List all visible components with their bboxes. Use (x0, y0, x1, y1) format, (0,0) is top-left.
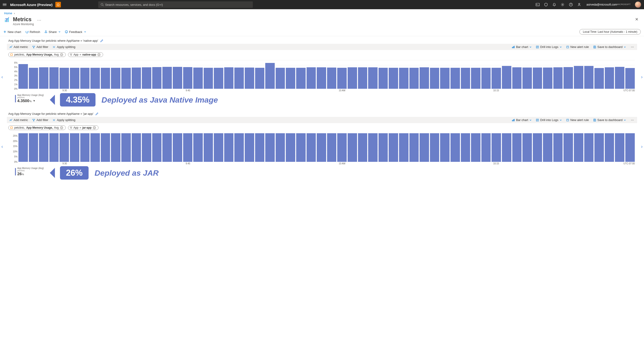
svg-rect-15 (513, 46, 514, 48)
apply-splitting-button[interactable]: Apply splitting (52, 45, 75, 49)
chip-resource: petclinic, (14, 126, 25, 129)
save-dashboard-button[interactable]: Save to dashboard (593, 118, 626, 122)
chart-type-button[interactable]: Bar chart (512, 118, 532, 122)
remove-chip-icon[interactable]: ✕ (97, 53, 100, 56)
bar (389, 133, 398, 162)
more-chart-actions-icon[interactable]: ⋯ (630, 45, 635, 49)
bar (358, 67, 368, 89)
bar (471, 68, 480, 89)
close-icon[interactable]: ✕ (635, 17, 638, 22)
search-placeholder: Search resources, services, and docs (G+… (105, 3, 163, 6)
bar (378, 133, 388, 162)
chart-type-button[interactable]: Bar chart (512, 45, 532, 49)
cursor-icon (33, 100, 36, 102)
more-chart-actions-icon[interactable]: ⋯ (630, 118, 635, 122)
add-metric-button[interactable]: Add metric (9, 45, 28, 49)
filter-icon (32, 45, 35, 49)
bar (39, 67, 48, 89)
avatar[interactable] (635, 1, 641, 8)
hamburger-menu-icon[interactable] (3, 2, 8, 7)
remove-chip-icon[interactable]: ✕ (93, 126, 96, 129)
bar (512, 67, 522, 89)
remove-chip-icon[interactable]: ✕ (60, 53, 63, 56)
account-info[interactable]: asirveda@microsoft.com MICROSOFT (586, 3, 630, 6)
add-metric-label: Add metric (14, 118, 28, 122)
brand-title: Microsoft Azure (Preview) (10, 3, 52, 7)
drill-logs-button[interactable]: Drill into Logs (536, 45, 562, 49)
bar (286, 133, 295, 162)
cloud-shell-icon[interactable] (536, 2, 540, 7)
new-alert-button[interactable]: New alert rule (566, 45, 589, 49)
pencil-icon[interactable] (95, 112, 98, 115)
share-button[interactable]: Share (44, 30, 61, 34)
drill-logs-button[interactable]: Drill into Logs (536, 118, 562, 122)
logs-icon (536, 45, 539, 49)
bar (173, 133, 182, 162)
bar-chart-icon (512, 45, 515, 49)
bar (574, 133, 583, 162)
settings-icon[interactable] (560, 2, 565, 7)
bar (214, 68, 223, 89)
plus-icon (3, 30, 6, 33)
bar (152, 67, 162, 89)
time-range-picker[interactable]: Local Time: Last hour (Automatic - 1 min… (580, 29, 641, 34)
legend-unit: % (22, 173, 24, 176)
callout-1: 26% Deployed as JAR (60, 166, 637, 180)
bar (111, 133, 120, 162)
next-chart-icon[interactable]: › (641, 74, 642, 79)
help-icon[interactable] (569, 2, 573, 7)
bar (29, 133, 38, 162)
bar (90, 133, 100, 162)
svg-rect-7 (5, 20, 6, 22)
preview-badge-icon[interactable] (55, 2, 61, 7)
callout-label: Deployed as Java Native Image (102, 95, 218, 104)
bar (450, 133, 460, 162)
new-alert-button[interactable]: New alert rule (566, 118, 589, 122)
feedback-button[interactable]: Feedback (65, 30, 86, 34)
bar (18, 133, 28, 162)
add-filter-button[interactable]: Add filter (32, 118, 48, 122)
notifications-icon[interactable] (552, 2, 556, 7)
bar (173, 67, 182, 89)
more-actions-icon[interactable]: ⋯ (37, 17, 41, 22)
chart-block-1: ‹ › Avg App Memory Usage for petclinic w… (0, 109, 644, 180)
bar (337, 68, 347, 89)
chip-row: petclinic, App Memory Usage, Avg ✕ App =… (7, 123, 637, 132)
chart-block-0: ‹ › Avg App Memory Usage for petclinic w… (0, 36, 644, 106)
pencil-icon[interactable] (100, 39, 103, 42)
remove-chip-icon[interactable]: ✕ (60, 126, 63, 129)
refresh-button[interactable]: Refresh (25, 30, 40, 34)
bar (29, 68, 38, 89)
logs-icon (536, 118, 539, 122)
topbar: Microsoft Azure (Preview) Search resourc… (0, 0, 644, 9)
breadcrumb-home-link[interactable]: Home (4, 11, 12, 15)
metric-chip[interactable]: petclinic, App Memory Usage, Avg ✕ (8, 125, 66, 130)
prev-chart-icon[interactable]: ‹ (2, 144, 3, 149)
apply-splitting-button[interactable]: Apply splitting (52, 118, 75, 122)
new-chart-button[interactable]: New chart (3, 30, 21, 34)
y-axis: 25%20%15%10%5%0% (10, 133, 18, 162)
save-dashboard-button[interactable]: Save to dashboard (593, 45, 626, 49)
bar (234, 133, 244, 162)
bar (276, 133, 285, 162)
bar (553, 133, 563, 162)
add-metric-button[interactable]: Add metric (9, 118, 28, 122)
feedback-icon[interactable] (577, 2, 581, 7)
filter-chip[interactable]: App = native-app ✕ (68, 52, 103, 57)
bar (255, 68, 264, 89)
x-axis: 9:309:4510 AM10:15UTC-07:00 (18, 89, 635, 92)
directories-icon[interactable] (544, 2, 548, 7)
add-filter-button[interactable]: Add filter (32, 45, 48, 49)
bar (276, 68, 285, 89)
prev-chart-icon[interactable]: ‹ (2, 74, 3, 79)
chip-agg: Avg (54, 126, 58, 129)
bar (543, 133, 552, 162)
split-icon (52, 45, 56, 49)
metric-chip[interactable]: petclinic, App Memory Usage, Avg ✕ (8, 52, 66, 57)
next-chart-icon[interactable]: › (641, 144, 642, 149)
chevron-down-icon (84, 31, 86, 33)
filter-chip[interactable]: App = jar-app ✕ (68, 125, 98, 130)
svg-point-3 (562, 4, 563, 5)
chevron-down-icon (560, 119, 562, 121)
search-input[interactable]: Search resources, services, and docs (G+… (98, 1, 253, 8)
